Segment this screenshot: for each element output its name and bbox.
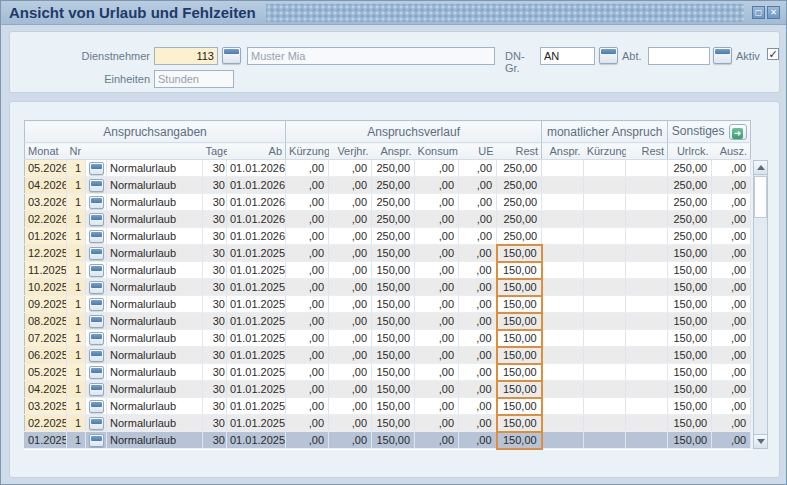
- cell-monat-rest[interactable]: [626, 330, 668, 347]
- cell-anspr[interactable]: 150,00: [372, 245, 415, 262]
- cell-monat-anspr[interactable]: [542, 279, 584, 296]
- cell-urlrck[interactable]: 250,00: [668, 211, 712, 228]
- lov-icon[interactable]: [89, 264, 104, 277]
- cell-anspr[interactable]: 250,00: [372, 211, 415, 228]
- table-row[interactable]: 08.20251Normalurlaub3001.01.2025,00,0015…: [25, 313, 751, 330]
- table-row[interactable]: 02.20261Normalurlaub3001.01.2026,00,0025…: [25, 211, 751, 228]
- cell-monat[interactable]: 09.2025: [25, 296, 67, 313]
- cell-monat-kuerzung[interactable]: [584, 432, 626, 449]
- lov-icon[interactable]: [89, 196, 104, 209]
- cell-urlrck[interactable]: 250,00: [668, 228, 712, 245]
- cell-ab[interactable]: 01.01.2025: [227, 330, 286, 347]
- dn-gr-field[interactable]: [540, 47, 595, 65]
- table-row[interactable]: 01.20251Normalurlaub3001.01.2025,00,0015…: [25, 432, 751, 449]
- cell-monat-rest[interactable]: [626, 432, 668, 449]
- cell-kuerzung[interactable]: ,00: [286, 313, 329, 330]
- cell-verjhr[interactable]: ,00: [329, 313, 372, 330]
- cell-ue[interactable]: ,00: [459, 415, 497, 432]
- cell-nr[interactable]: 1: [67, 364, 86, 381]
- cell-ausz[interactable]: ,00: [712, 211, 751, 228]
- cell-ab[interactable]: 01.01.2025: [227, 262, 286, 279]
- cell-monat[interactable]: 06.2025: [25, 347, 67, 364]
- cell-ue[interactable]: ,00: [459, 228, 497, 245]
- cell-anspr[interactable]: 250,00: [372, 177, 415, 194]
- cell-ab[interactable]: 01.01.2025: [227, 279, 286, 296]
- cell-ausz[interactable]: ,00: [712, 398, 751, 415]
- cell-monat-anspr[interactable]: [542, 330, 584, 347]
- cell-ue[interactable]: ,00: [459, 364, 497, 381]
- table-row[interactable]: 10.20251Normalurlaub3001.01.2025,00,0015…: [25, 279, 751, 296]
- scrollbar-down-icon[interactable]: [754, 434, 767, 448]
- cell-tage[interactable]: 30: [203, 177, 227, 194]
- cell-anspr[interactable]: 150,00: [372, 262, 415, 279]
- einheiten-field[interactable]: [154, 70, 234, 88]
- cell-tage[interactable]: 30: [203, 160, 227, 177]
- cell-konsum[interactable]: ,00: [415, 262, 459, 279]
- cell-monat[interactable]: 01.2026: [25, 228, 67, 245]
- cell-anspr[interactable]: 250,00: [372, 194, 415, 211]
- cell-kuerzung[interactable]: ,00: [286, 228, 329, 245]
- cell-lov[interactable]: [86, 296, 107, 313]
- cell-rest[interactable]: 150,00: [497, 262, 542, 279]
- lov-icon[interactable]: [89, 162, 104, 175]
- cell-monat-kuerzung[interactable]: [584, 347, 626, 364]
- cell-lov[interactable]: [86, 347, 107, 364]
- cell-monat-anspr[interactable]: [542, 432, 584, 449]
- cell-monat-kuerzung[interactable]: [584, 194, 626, 211]
- cell-urlaubsart[interactable]: Normalurlaub: [107, 228, 203, 245]
- cell-ausz[interactable]: ,00: [712, 262, 751, 279]
- cell-monat[interactable]: 02.2025: [25, 415, 67, 432]
- cell-ue[interactable]: ,00: [459, 194, 497, 211]
- cell-monat-kuerzung[interactable]: [584, 330, 626, 347]
- cell-monat-kuerzung[interactable]: [584, 364, 626, 381]
- cell-urlrck[interactable]: 150,00: [668, 381, 712, 398]
- cell-monat-rest[interactable]: [626, 364, 668, 381]
- cell-lov[interactable]: [86, 330, 107, 347]
- cell-rest[interactable]: 250,00: [497, 160, 542, 177]
- cell-monat-kuerzung[interactable]: [584, 398, 626, 415]
- cell-nr[interactable]: 1: [67, 160, 86, 177]
- cell-konsum[interactable]: ,00: [415, 279, 459, 296]
- cell-monat-rest[interactable]: [626, 313, 668, 330]
- cell-lov[interactable]: [86, 177, 107, 194]
- cell-ue[interactable]: ,00: [459, 177, 497, 194]
- cell-ab[interactable]: 01.01.2025: [227, 364, 286, 381]
- cell-monat-anspr[interactable]: [542, 347, 584, 364]
- close-window-icon[interactable]: ✕: [767, 6, 780, 19]
- cell-lov[interactable]: [86, 262, 107, 279]
- cell-ab[interactable]: 01.01.2026: [227, 160, 286, 177]
- lov-icon[interactable]: [89, 366, 104, 379]
- cell-nr[interactable]: 1: [67, 347, 86, 364]
- cell-monat-rest[interactable]: [626, 415, 668, 432]
- cell-urlaubsart[interactable]: Normalurlaub: [107, 313, 203, 330]
- cell-tage[interactable]: 30: [203, 194, 227, 211]
- cell-urlaubsart[interactable]: Normalurlaub: [107, 330, 203, 347]
- cell-rest[interactable]: 150,00: [497, 398, 542, 415]
- cell-monat[interactable]: 02.2026: [25, 211, 67, 228]
- cell-rest[interactable]: 250,00: [497, 228, 542, 245]
- cell-urlaubsart[interactable]: Normalurlaub: [107, 245, 203, 262]
- cell-konsum[interactable]: ,00: [415, 177, 459, 194]
- cell-ab[interactable]: 01.01.2025: [227, 432, 286, 449]
- cell-ue[interactable]: ,00: [459, 432, 497, 449]
- cell-monat[interactable]: 08.2025: [25, 313, 67, 330]
- cell-monat-kuerzung[interactable]: [584, 160, 626, 177]
- cell-rest[interactable]: 150,00: [497, 364, 542, 381]
- cell-tage[interactable]: 30: [203, 330, 227, 347]
- cell-monat[interactable]: 01.2025: [25, 432, 67, 449]
- cell-tage[interactable]: 30: [203, 296, 227, 313]
- lov-icon[interactable]: [89, 298, 104, 311]
- cell-monat-rest[interactable]: [626, 211, 668, 228]
- cell-ue[interactable]: ,00: [459, 245, 497, 262]
- cell-verjhr[interactable]: ,00: [329, 245, 372, 262]
- cell-tage[interactable]: 30: [203, 262, 227, 279]
- lov-icon[interactable]: [89, 349, 104, 362]
- cell-monat-rest[interactable]: [626, 262, 668, 279]
- cell-ausz[interactable]: ,00: [712, 313, 751, 330]
- cell-rest[interactable]: 250,00: [497, 211, 542, 228]
- cell-monat-kuerzung[interactable]: [584, 279, 626, 296]
- cell-monat-kuerzung[interactable]: [584, 262, 626, 279]
- cell-ausz[interactable]: ,00: [712, 177, 751, 194]
- cell-ausz[interactable]: ,00: [712, 228, 751, 245]
- cell-tage[interactable]: 30: [203, 313, 227, 330]
